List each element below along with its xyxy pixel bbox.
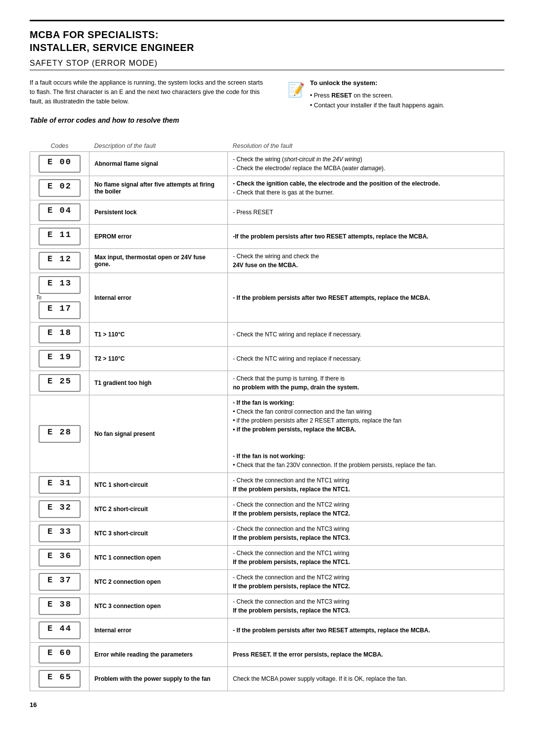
table-row: E 19T2 > 110°C- Check the NTC wiring and… [30,347,504,371]
res-cell: Check the MCBA power supply voltage. If … [228,667,504,691]
res-cell: - If the problem persists after two RESE… [228,273,504,323]
unlock-step-2: • Contact your installer if the fault ha… [310,100,445,110]
code-cell: E 65 [30,667,89,691]
error-code-display: E 00 [39,155,81,173]
error-code-display: E 32 [39,500,81,518]
code-cell: E 38 [30,594,89,618]
table-row: E 60Error while reading the parametersPr… [30,643,504,667]
error-code-display: E 04 [39,203,81,221]
page-header: MCBA FOR SPECIALISTS: INSTALLER, SERVICE… [30,20,504,70]
code-cell: E 60 [30,643,89,667]
desc-cell: No flame signal after five attempts at f… [89,176,228,200]
desc-cell: T1 gradient too high [89,371,228,395]
table-row: E 25T1 gradient too high- Check that the… [30,371,504,395]
table-row: E 36NTC 1 connection open- Check the con… [30,546,504,570]
to-label: To [36,295,42,300]
res-cell: - Check the ignition cable, the electrod… [228,176,504,200]
desc-cell: Persistent lock [89,200,228,225]
intro-section: If a fault occurs while the appliance is… [30,78,504,132]
error-code-display: E 36 [39,549,81,567]
table-row: E 13ToE 17Internal error- If the problem… [30,273,504,323]
desc-cell: NTC 2 short-circuit [89,497,228,521]
code-cell: E 37 [30,570,89,594]
table-row: E 12Max input, thermostat open or 24V fu… [30,249,504,273]
note-icon: 📝 [288,79,305,101]
table-row: E 31NTC 1 short-circuit- Check the conne… [30,473,504,497]
desc-cell: Problem with the power supply to the fan [89,667,228,691]
table-row: E 65Problem with the power supply to the… [30,667,504,691]
res-cell: - Check the connection and the NTC2 wiri… [228,570,504,594]
code-cell: E 32 [30,497,89,521]
page-number: 16 [30,701,504,709]
error-code-display: E 38 [39,597,81,615]
code-cell: E 31 [30,473,89,497]
desc-cell: NTC 2 connection open [89,570,228,594]
res-cell: - Check the NTC wiring and replace if ne… [228,323,504,347]
error-code-display: E 31 [39,476,81,494]
table-row: E 18T1 > 110°C- Check the NTC wiring and… [30,323,504,347]
res-cell: - Check the wiring and check the24V fuse… [228,249,504,273]
res-cell: - Check the wiring (short-circuit in the… [228,152,504,176]
error-code-display: E 60 [39,646,81,663]
table-row: E 00Abnormal flame signal- Check the wir… [30,152,504,176]
table-row: E 11EPROM error-If the problem persists … [30,225,504,249]
page-title-line1: MCBA FOR SPECIALISTS: [30,28,504,41]
res-cell: - Check the connection and the NTC2 wiri… [228,497,504,521]
code-cell: E 00 [30,152,89,176]
code-cell: E 44 [30,618,89,643]
error-code-display: E 44 [39,621,81,639]
col-header-res: Resolution of the fault [228,141,504,152]
error-code-display: E 12 [39,252,81,270]
code-cell: E 18 [30,323,89,347]
page-title-line2: INSTALLER, SERVICE ENGINEER [30,41,504,54]
desc-cell: NTC 3 connection open [89,594,228,618]
error-code-display: E 11 [39,228,81,245]
desc-cell: T2 > 110°C [89,347,228,371]
col-header-codes: Codes [30,141,89,152]
table-row: E 37NTC 2 connection open- Check the con… [30,570,504,594]
desc-cell: NTC 1 short-circuit [89,473,228,497]
table-row: E 33NTC 3 short-circuit- Check the conne… [30,521,504,546]
desc-cell: T1 > 110°C [89,323,228,347]
desc-cell: Max input, thermostat open or 24V fuse g… [89,249,228,273]
section-title: SAFETY STOP (ERROR MODE) [30,59,504,70]
table-row: E 38NTC 3 connection open- Check the con… [30,594,504,618]
error-code-display: E 28 [39,425,81,443]
desc-cell: EPROM error [89,225,228,249]
col-header-desc: Description of the fault [89,141,228,152]
res-cell: -If the problem persists after two RESET… [228,225,504,249]
code-cell: E 28 [30,395,89,473]
error-table: Codes Description of the fault Resolutio… [30,141,504,691]
res-cell: - If the fan is working:• Check the fan … [228,395,504,473]
code-cell: E 33 [30,521,89,546]
table-row: E 04Persistent lock- Press RESET [30,200,504,225]
code-cell: E 11 [30,225,89,249]
res-cell: - Check that the pump is turning. If the… [228,371,504,395]
desc-cell: NTC 3 short-circuit [89,521,228,546]
res-cell: - Check the connection and the NTC1 wiri… [228,546,504,570]
code-cell: E 13ToE 17 [30,273,89,323]
intro-text: If a fault occurs while the appliance is… [30,78,268,106]
code-cell: E 25 [30,371,89,395]
table-title: Table of error codes and how to resolve … [30,115,268,126]
code-cell: E 19 [30,347,89,371]
unlock-step-1: • Press RESET on the screen. [310,91,445,100]
table-row: E 44Internal error- If the problem persi… [30,618,504,643]
table-row: E 02No flame signal after five attempts … [30,176,504,200]
res-cell: - If the problem persists after two RESE… [228,618,504,643]
table-row: E 28No fan signal present- If the fan is… [30,395,504,473]
desc-cell: Internal error [89,273,228,323]
error-code-display: E 37 [39,573,81,591]
error-code-display: E 19 [39,350,81,368]
table-row: E 32NTC 2 short-circuit- Check the conne… [30,497,504,521]
code-cell: E 12 [30,249,89,273]
res-cell: - Check the connection and the NTC3 wiri… [228,594,504,618]
error-code-display: E 65 [39,670,81,688]
res-cell: - Press RESET [228,200,504,225]
unlock-box: 📝 To unlock the system: • Press RESET on… [288,78,504,110]
error-code-display: E 25 [39,374,81,392]
code-cell: E 04 [30,200,89,225]
error-code-display: E 02 [39,179,81,197]
unlock-title: To unlock the system: [310,79,377,87]
res-cell: - Check the NTC wiring and replace if ne… [228,347,504,371]
